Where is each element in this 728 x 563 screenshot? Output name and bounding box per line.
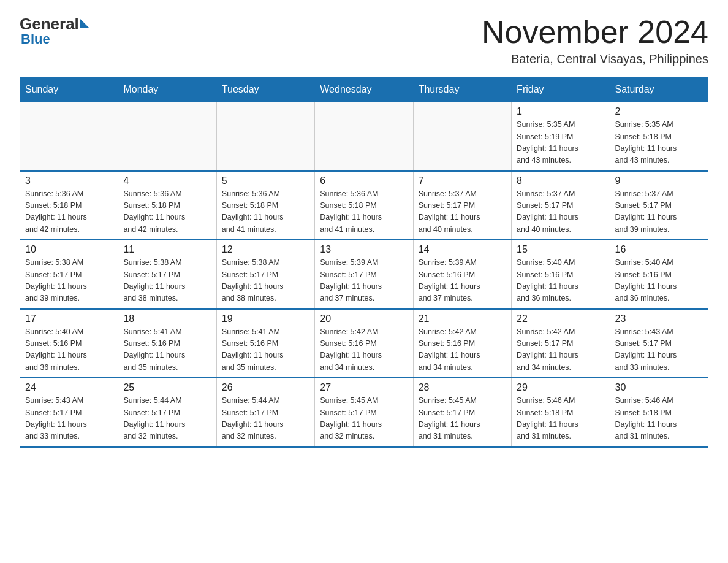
weekday-header-friday: Friday bbox=[512, 78, 610, 102]
day-info: Sunrise: 5:37 AMSunset: 5:17 PMDaylight:… bbox=[517, 188, 604, 236]
day-info: Sunrise: 5:36 AMSunset: 5:18 PMDaylight:… bbox=[320, 188, 408, 236]
day-number: 28 bbox=[419, 382, 506, 393]
weekday-header-wednesday: Wednesday bbox=[315, 78, 413, 102]
calendar-cell: 9Sunrise: 5:37 AMSunset: 5:17 PMDaylight… bbox=[610, 171, 708, 240]
day-info: Sunrise: 5:39 AMSunset: 5:17 PMDaylight:… bbox=[320, 257, 408, 305]
day-number: 21 bbox=[419, 313, 506, 324]
day-number: 20 bbox=[320, 313, 408, 324]
day-number: 30 bbox=[615, 382, 703, 393]
weekday-header-tuesday: Tuesday bbox=[216, 78, 314, 102]
day-number: 1 bbox=[517, 106, 604, 117]
day-info: Sunrise: 5:45 AMSunset: 5:17 PMDaylight:… bbox=[419, 395, 506, 443]
page-header: General Blue November 2024 Bateria, Cent… bbox=[20, 15, 708, 66]
day-number: 4 bbox=[123, 175, 211, 186]
calendar-week-3: 10Sunrise: 5:38 AMSunset: 5:17 PMDayligh… bbox=[20, 240, 708, 309]
day-info: Sunrise: 5:35 AMSunset: 5:19 PMDaylight:… bbox=[517, 119, 604, 167]
calendar-cell: 23Sunrise: 5:43 AMSunset: 5:17 PMDayligh… bbox=[610, 309, 708, 378]
day-info: Sunrise: 5:40 AMSunset: 5:16 PMDaylight:… bbox=[517, 257, 604, 305]
day-number: 17 bbox=[25, 313, 113, 324]
calendar-cell bbox=[20, 102, 118, 171]
day-number: 2 bbox=[615, 106, 703, 117]
logo-triangle-icon bbox=[80, 19, 89, 28]
day-info: Sunrise: 5:44 AMSunset: 5:17 PMDaylight:… bbox=[222, 395, 309, 443]
title-block: November 2024 Bateria, Central Visayas, … bbox=[482, 15, 708, 66]
calendar-cell: 22Sunrise: 5:42 AMSunset: 5:17 PMDayligh… bbox=[512, 309, 610, 378]
day-info: Sunrise: 5:37 AMSunset: 5:17 PMDaylight:… bbox=[615, 188, 703, 236]
day-info: Sunrise: 5:38 AMSunset: 5:17 PMDaylight:… bbox=[123, 257, 211, 305]
calendar-cell: 10Sunrise: 5:38 AMSunset: 5:17 PMDayligh… bbox=[20, 240, 118, 309]
logo: General Blue bbox=[20, 15, 89, 47]
weekday-header-thursday: Thursday bbox=[413, 78, 511, 102]
calendar-cell: 2Sunrise: 5:35 AMSunset: 5:18 PMDaylight… bbox=[610, 102, 708, 171]
month-year-title: November 2024 bbox=[482, 15, 708, 50]
day-info: Sunrise: 5:46 AMSunset: 5:18 PMDaylight:… bbox=[517, 395, 604, 443]
day-number: 13 bbox=[320, 244, 408, 255]
day-info: Sunrise: 5:43 AMSunset: 5:17 PMDaylight:… bbox=[615, 326, 703, 374]
calendar-table: SundayMondayTuesdayWednesdayThursdayFrid… bbox=[20, 77, 708, 448]
calendar-cell: 25Sunrise: 5:44 AMSunset: 5:17 PMDayligh… bbox=[118, 378, 216, 447]
calendar-cell: 7Sunrise: 5:37 AMSunset: 5:17 PMDaylight… bbox=[413, 171, 511, 240]
day-number: 7 bbox=[419, 175, 506, 186]
day-number: 23 bbox=[615, 313, 703, 324]
calendar-cell bbox=[315, 102, 413, 171]
day-number: 29 bbox=[517, 382, 604, 393]
calendar-cell: 16Sunrise: 5:40 AMSunset: 5:16 PMDayligh… bbox=[610, 240, 708, 309]
weekday-header-saturday: Saturday bbox=[610, 78, 708, 102]
day-info: Sunrise: 5:42 AMSunset: 5:17 PMDaylight:… bbox=[517, 326, 604, 374]
day-number: 12 bbox=[222, 244, 309, 255]
day-info: Sunrise: 5:40 AMSunset: 5:16 PMDaylight:… bbox=[25, 326, 113, 374]
calendar-week-1: 1Sunrise: 5:35 AMSunset: 5:19 PMDaylight… bbox=[20, 102, 708, 171]
day-number: 18 bbox=[123, 313, 211, 324]
calendar-cell: 5Sunrise: 5:36 AMSunset: 5:18 PMDaylight… bbox=[216, 171, 314, 240]
day-info: Sunrise: 5:36 AMSunset: 5:18 PMDaylight:… bbox=[25, 188, 113, 236]
day-number: 9 bbox=[615, 175, 703, 186]
logo-blue: Blue bbox=[21, 31, 50, 47]
calendar-cell: 4Sunrise: 5:36 AMSunset: 5:18 PMDaylight… bbox=[118, 171, 216, 240]
day-number: 24 bbox=[25, 382, 113, 393]
day-info: Sunrise: 5:43 AMSunset: 5:17 PMDaylight:… bbox=[25, 395, 113, 443]
day-number: 10 bbox=[25, 244, 113, 255]
day-info: Sunrise: 5:36 AMSunset: 5:18 PMDaylight:… bbox=[123, 188, 211, 236]
calendar-header-row: SundayMondayTuesdayWednesdayThursdayFrid… bbox=[20, 78, 708, 102]
calendar-cell bbox=[413, 102, 511, 171]
day-info: Sunrise: 5:41 AMSunset: 5:16 PMDaylight:… bbox=[222, 326, 309, 374]
day-info: Sunrise: 5:44 AMSunset: 5:17 PMDaylight:… bbox=[123, 395, 211, 443]
calendar-cell: 3Sunrise: 5:36 AMSunset: 5:18 PMDaylight… bbox=[20, 171, 118, 240]
calendar-cell: 30Sunrise: 5:46 AMSunset: 5:18 PMDayligh… bbox=[610, 378, 708, 447]
calendar-cell: 14Sunrise: 5:39 AMSunset: 5:16 PMDayligh… bbox=[413, 240, 511, 309]
day-number: 25 bbox=[123, 382, 211, 393]
calendar-cell: 19Sunrise: 5:41 AMSunset: 5:16 PMDayligh… bbox=[216, 309, 314, 378]
calendar-cell: 12Sunrise: 5:38 AMSunset: 5:17 PMDayligh… bbox=[216, 240, 314, 309]
day-number: 3 bbox=[25, 175, 113, 186]
calendar-cell: 29Sunrise: 5:46 AMSunset: 5:18 PMDayligh… bbox=[512, 378, 610, 447]
day-number: 16 bbox=[615, 244, 703, 255]
calendar-week-4: 17Sunrise: 5:40 AMSunset: 5:16 PMDayligh… bbox=[20, 309, 708, 378]
day-info: Sunrise: 5:38 AMSunset: 5:17 PMDaylight:… bbox=[25, 257, 113, 305]
calendar-cell: 6Sunrise: 5:36 AMSunset: 5:18 PMDaylight… bbox=[315, 171, 413, 240]
day-info: Sunrise: 5:36 AMSunset: 5:18 PMDaylight:… bbox=[222, 188, 309, 236]
calendar-week-5: 24Sunrise: 5:43 AMSunset: 5:17 PMDayligh… bbox=[20, 378, 708, 447]
day-info: Sunrise: 5:41 AMSunset: 5:16 PMDaylight:… bbox=[123, 326, 211, 374]
weekday-header-sunday: Sunday bbox=[20, 78, 118, 102]
calendar-cell bbox=[118, 102, 216, 171]
calendar-cell: 11Sunrise: 5:38 AMSunset: 5:17 PMDayligh… bbox=[118, 240, 216, 309]
day-number: 14 bbox=[419, 244, 506, 255]
weekday-header-monday: Monday bbox=[118, 78, 216, 102]
calendar-cell bbox=[216, 102, 314, 171]
calendar-week-2: 3Sunrise: 5:36 AMSunset: 5:18 PMDaylight… bbox=[20, 171, 708, 240]
calendar-cell: 8Sunrise: 5:37 AMSunset: 5:17 PMDaylight… bbox=[512, 171, 610, 240]
calendar-cell: 24Sunrise: 5:43 AMSunset: 5:17 PMDayligh… bbox=[20, 378, 118, 447]
day-info: Sunrise: 5:37 AMSunset: 5:17 PMDaylight:… bbox=[419, 188, 506, 236]
calendar-cell: 13Sunrise: 5:39 AMSunset: 5:17 PMDayligh… bbox=[315, 240, 413, 309]
day-number: 22 bbox=[517, 313, 604, 324]
calendar-cell: 20Sunrise: 5:42 AMSunset: 5:16 PMDayligh… bbox=[315, 309, 413, 378]
calendar-cell: 28Sunrise: 5:45 AMSunset: 5:17 PMDayligh… bbox=[413, 378, 511, 447]
location-subtitle: Bateria, Central Visayas, Philippines bbox=[482, 52, 708, 66]
calendar-cell: 27Sunrise: 5:45 AMSunset: 5:17 PMDayligh… bbox=[315, 378, 413, 447]
day-info: Sunrise: 5:39 AMSunset: 5:16 PMDaylight:… bbox=[419, 257, 506, 305]
calendar-cell: 26Sunrise: 5:44 AMSunset: 5:17 PMDayligh… bbox=[216, 378, 314, 447]
day-info: Sunrise: 5:46 AMSunset: 5:18 PMDaylight:… bbox=[615, 395, 703, 443]
day-info: Sunrise: 5:45 AMSunset: 5:17 PMDaylight:… bbox=[320, 395, 408, 443]
day-info: Sunrise: 5:38 AMSunset: 5:17 PMDaylight:… bbox=[222, 257, 309, 305]
calendar-cell: 17Sunrise: 5:40 AMSunset: 5:16 PMDayligh… bbox=[20, 309, 118, 378]
